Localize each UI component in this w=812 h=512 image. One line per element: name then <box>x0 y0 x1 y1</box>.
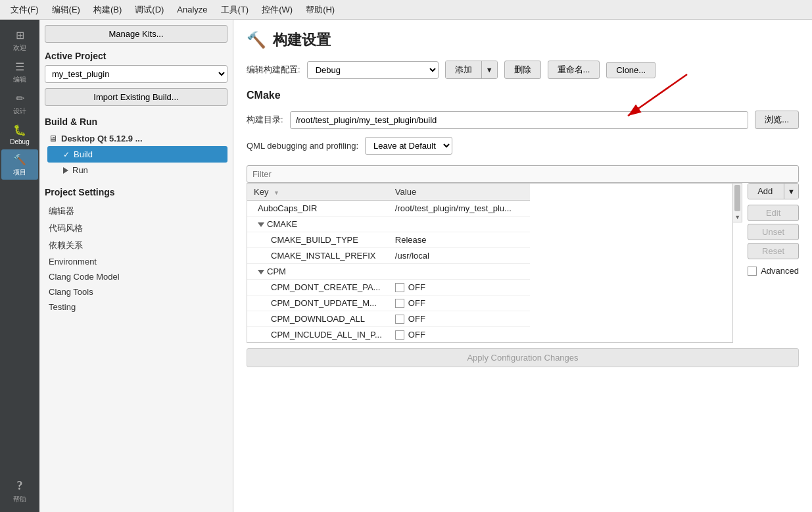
sidebar-project[interactable]: 🔨 项目 <box>1 149 38 180</box>
checkmark-icon: ✓ <box>63 150 70 159</box>
import-build-button[interactable]: Import Existing Build... <box>45 88 227 106</box>
icon-sidebar: ⊞ 欢迎 ☰ 编辑 ✏ 设计 🐛 Debug 🔨 项目 ? 帮助 <box>0 20 39 512</box>
run-label: Run <box>72 165 88 175</box>
add-config-button[interactable]: 添加 ▼ <box>445 61 498 79</box>
filter-input[interactable] <box>247 165 799 183</box>
project-select[interactable]: my_test_plugin <box>45 65 227 83</box>
build-item[interactable]: ✓ Build <box>47 146 227 163</box>
value-cell: OFF <box>389 280 530 295</box>
menu-tools[interactable]: 工具(T) <box>216 3 254 17</box>
menu-bar: 文件(F) 编辑(E) 构建(B) 调试(D) Analyze 工具(T) 控件… <box>0 0 812 20</box>
key-cell: CPM_DONT_CREATE_PA... <box>247 280 389 295</box>
sidebar-edit[interactable]: ☰ 编辑 <box>1 57 38 87</box>
edit-button[interactable]: Edit <box>748 205 799 221</box>
checkbox-cell: OFF <box>395 282 523 292</box>
setting-dependencies[interactable]: 依赖关系 <box>45 237 227 254</box>
browse-button[interactable]: 浏览... <box>755 111 799 129</box>
menu-edit[interactable]: 编辑(E) <box>47 3 85 17</box>
sidebar-debug-label: Debug <box>10 138 29 145</box>
table-row[interactable]: CPM_DONT_UPDATE_M... OFF <box>247 295 530 311</box>
rename-config-button[interactable]: 重命名... <box>548 61 600 79</box>
page-title: 构建设置 <box>273 30 331 50</box>
menu-control[interactable]: 控件(W) <box>256 3 298 17</box>
table-row[interactable]: CPM_DONT_CREATE_PA... OFF <box>247 280 530 295</box>
config-select[interactable]: Debug <box>307 61 439 79</box>
kit-item-desktop[interactable]: 🖥 Desktop Qt 5.12.9 ... <box>45 131 227 146</box>
key-cell: CMAKE_BUILD_TYPE <box>247 232 389 248</box>
kit-name-label: Desktop Qt 5.12.9 ... <box>61 134 143 143</box>
value-cell <box>389 217 530 232</box>
table-area: Key ▼ Value AuboCaps_DIR <box>247 165 799 367</box>
sidebar-debug[interactable]: 🐛 Debug <box>1 120 38 148</box>
off-checkbox[interactable] <box>395 315 404 324</box>
key-cell: CMAKE <box>247 217 389 232</box>
menu-file[interactable]: 文件(F) <box>5 3 44 17</box>
add-config-arrow[interactable]: ▼ <box>482 61 497 78</box>
setting-clang-code[interactable]: Clang Code Model <box>45 269 227 284</box>
table-row[interactable]: CPM_DOWNLOAD_ALL OFF <box>247 311 530 327</box>
build-dir-input[interactable] <box>290 111 749 129</box>
apply-configuration-button[interactable]: Apply Configuration Changes <box>247 348 799 367</box>
setting-clang-tools[interactable]: Clang Tools <box>45 284 227 299</box>
setting-testing[interactable]: Testing <box>45 299 227 315</box>
table-row[interactable]: CMAKE_BUILD_TYPE Release <box>247 232 530 248</box>
table-row[interactable]: AuboCaps_DIR /root/test_plugin/my_test_p… <box>247 201 530 217</box>
build-label: Build <box>74 149 93 159</box>
clone-config-button[interactable]: Clone... <box>606 62 656 78</box>
unset-button[interactable]: Unset <box>748 224 799 240</box>
advanced-checkbox[interactable] <box>748 267 757 276</box>
delete-config-button[interactable]: 删除 <box>504 61 541 79</box>
page-header: 🔨 构建设置 <box>247 30 799 50</box>
key-cell: CPM <box>247 264 389 280</box>
col-key-header: Key ▼ <box>247 184 389 201</box>
table-row[interactable]: CMAKE_INSTALL_PREFIX /usr/local <box>247 248 530 264</box>
table-row[interactable]: CPM_INCLUDE_ALL_IN_P... OFF <box>247 327 530 343</box>
welcome-icon: ⊞ <box>16 29 24 41</box>
table-row[interactable]: CMAKE <box>247 217 530 232</box>
scroll-down-arrow[interactable]: ▼ <box>733 213 742 222</box>
cmake-table-wrapper: Key ▼ Value AuboCaps_DIR <box>247 183 733 343</box>
menu-analyze[interactable]: Analyze <box>172 3 212 16</box>
qml-label: QML debugging and profiling: <box>247 141 358 151</box>
manage-kits-button[interactable]: Manage Kits... <box>45 25 227 43</box>
sidebar-help[interactable]: ? 帮助 <box>1 475 38 507</box>
qml-select[interactable]: Leave at Default <box>365 137 452 155</box>
off-checkbox[interactable] <box>395 330 404 340</box>
edit-icon: ☰ <box>15 61 24 73</box>
reset-button[interactable]: Reset <box>748 243 799 259</box>
setting-environment[interactable]: Environment <box>45 254 227 269</box>
table-scrollbar[interactable]: ▼ <box>733 183 742 222</box>
off-checkbox[interactable] <box>395 283 404 292</box>
project-settings-title: Project Settings <box>45 187 227 197</box>
run-item[interactable]: Run <box>47 163 227 178</box>
run-triangle-icon <box>63 167 68 174</box>
setting-editor[interactable]: 编辑器 <box>45 203 227 220</box>
menu-help[interactable]: 帮助(H) <box>300 3 340 17</box>
monitor-icon: 🖥 <box>49 134 57 143</box>
add-config-main[interactable]: 添加 <box>446 61 482 78</box>
sidebar-welcome-label: 欢迎 <box>13 43 26 53</box>
off-checkbox[interactable] <box>395 299 404 308</box>
table-row-layout: Key ▼ Value AuboCaps_DIR <box>247 183 799 343</box>
add-variable-arrow[interactable]: ▼ <box>784 184 798 199</box>
sidebar-welcome[interactable]: ⊞ 欢迎 <box>1 25 38 55</box>
debug-icon: 🐛 <box>13 124 26 136</box>
menu-build[interactable]: 构建(B) <box>88 3 127 17</box>
config-label: 编辑构建配置: <box>247 64 300 76</box>
value-cell: OFF <box>389 311 530 327</box>
add-variable-main[interactable]: Add <box>748 184 784 199</box>
setting-code-style[interactable]: 代码风格 <box>45 220 227 237</box>
build-dir-label: 构建目录: <box>247 114 283 126</box>
menu-debug[interactable]: 调试(D) <box>130 3 169 17</box>
build-run-title: Build & Run <box>45 116 227 127</box>
left-panel: Manage Kits... Active Project my_test_pl… <box>39 20 233 512</box>
build-settings-icon: 🔨 <box>247 31 266 49</box>
value-cell: Release <box>389 232 530 248</box>
add-variable-button[interactable]: Add ▼ <box>748 183 799 199</box>
right-content: 🔨 构建设置 编辑构建配置: Debug 添加 ▼ 删除 重命名... Clon… <box>233 20 812 512</box>
advanced-row: Advanced <box>748 266 799 276</box>
value-cell: OFF <box>389 327 530 343</box>
sidebar-design[interactable]: ✏ 设计 <box>1 88 38 118</box>
key-cell: CPM_INCLUDE_ALL_IN_P... <box>247 327 389 343</box>
table-row[interactable]: CPM <box>247 264 530 280</box>
